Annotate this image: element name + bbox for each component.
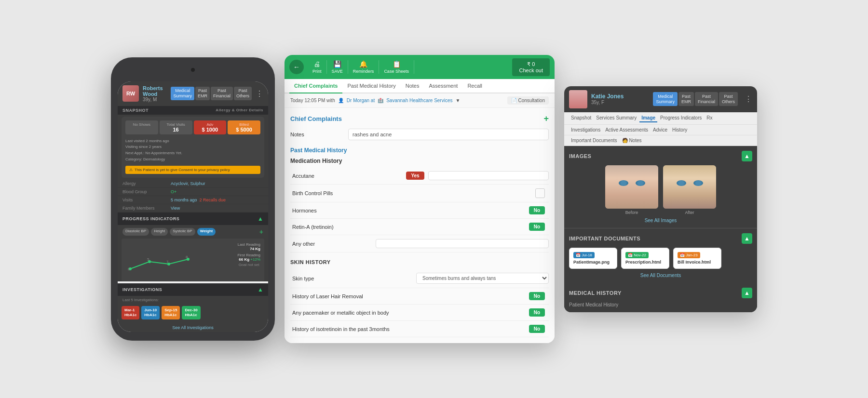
pacemaker-badge[interactable]: No: [529, 308, 545, 317]
family-value[interactable]: View: [171, 206, 180, 211]
nav1-rx[interactable]: Rx: [705, 114, 714, 122]
nav1-snapshot[interactable]: Snapshot: [569, 114, 593, 122]
inv-badge-dec[interactable]: Dec-30HbA1c: [182, 306, 200, 320]
med-input-other[interactable]: [376, 239, 549, 248]
isotretinoin-badge[interactable]: No: [529, 325, 545, 333]
med-badge-accutane[interactable]: Yes: [406, 172, 424, 180]
nav1-services[interactable]: Services Summary: [594, 114, 638, 122]
right-tab-others[interactable]: PastOthers: [719, 92, 738, 106]
stat-total-visits-label: Total Visits: [162, 122, 190, 127]
inv-badge-mar[interactable]: Mar-1HbA1c: [122, 306, 139, 320]
progress-card: PROGRESS INDICATORS ▲ Diastolic BP Heigh…: [118, 212, 268, 281]
doc-badge-1: 📅 Jul-18: [573, 252, 595, 258]
nav2-advice[interactable]: Advice: [651, 126, 669, 133]
inv-badge-jun[interactable]: Jun-10HbA1c: [141, 306, 160, 320]
nav3-important-docs[interactable]: Important Documents: [569, 137, 619, 144]
doc-item-2[interactable]: 📅 Nov-22 Prescription.html: [621, 248, 669, 269]
med-input-accutane[interactable]: [428, 171, 549, 180]
back-button[interactable]: ←: [289, 60, 304, 74]
med-label-other: Any other: [290, 241, 376, 247]
subnav-assessment[interactable]: Assessment: [424, 79, 462, 93]
phone-tab-emr[interactable]: PastEMR: [195, 87, 210, 100]
stat-adv-label: Adv: [196, 122, 225, 127]
see-all-images[interactable]: See All Images: [569, 218, 752, 223]
phone-dots-menu[interactable]: ⋮: [256, 89, 263, 98]
skin-type-select[interactable]: Sometimes burns and always tans: [416, 273, 549, 284]
progress-chevron[interactable]: ▲: [258, 215, 263, 222]
subnav-recall[interactable]: Recall: [462, 79, 487, 93]
doc-item-3[interactable]: 📅 Jan-23 Bill Invoice.html: [673, 248, 721, 269]
past-medical-title: Past Medical History: [290, 147, 549, 154]
skin-type-row: Skin type Sometimes burns and always tan…: [290, 269, 549, 288]
phone-tab-medical[interactable]: MedicalSummary: [171, 87, 194, 100]
phone-tab-financial[interactable]: PastFinancial: [211, 87, 233, 100]
first-reading-label: First Reading: [237, 253, 260, 257]
svg-text:7: 7: [166, 260, 169, 264]
visits-value: 5 months ago 2 Recalls due: [171, 198, 226, 202]
image-after[interactable]: After: [663, 165, 716, 215]
phone-notch-dot: [191, 68, 195, 72]
right-dots-menu[interactable]: ⋮: [745, 94, 752, 104]
doc-item-1[interactable]: 📅 Jul-18 PatientImage.png: [569, 248, 617, 269]
inv-badge-sep[interactable]: Sep-15HbA1c: [162, 306, 180, 320]
inv-chevron[interactable]: ▲: [258, 286, 263, 293]
subnav-past-medical[interactable]: Past Medical History: [342, 79, 400, 93]
med-label-hormones: Hormones: [290, 208, 529, 213]
bp-tag-systolic[interactable]: Systolic BP: [170, 228, 195, 236]
see-all-investigations[interactable]: See All Investigations: [118, 323, 268, 332]
save-label: SAVE: [332, 69, 343, 74]
doctor-link[interactable]: Dr Morgan at: [347, 98, 375, 103]
med-checkbox-bcp[interactable]: [535, 188, 545, 198]
phone-tab-others[interactable]: PastOthers: [234, 87, 252, 100]
family-row: Family Members View: [118, 204, 268, 212]
phone-tabs-row: MedicalSummary PastEMR PastFinancial Pas…: [171, 87, 252, 100]
family-label: Family Members: [122, 206, 171, 211]
svg-text:8: 8: [128, 267, 130, 271]
patient-avatar-face: [569, 90, 587, 108]
snapshot-card: No Shows Total Visits 16 Adv $ 1000: [122, 117, 264, 178]
subnav-chief-complaints[interactable]: Chief Complaints: [289, 79, 342, 93]
print-button[interactable]: 🖨 Print: [308, 60, 327, 74]
dropdown-icon[interactable]: ▼: [456, 98, 461, 103]
add-complaint-button[interactable]: +: [543, 114, 549, 124]
doc-name-1: PatientImage.png: [573, 260, 613, 265]
notes-input[interactable]: [348, 129, 549, 140]
bp-tag-diastolic[interactable]: Diastolic BP: [122, 228, 149, 236]
med-badge-hormones[interactable]: No: [529, 206, 545, 214]
nav2-active-assessments[interactable]: Active Assessments: [603, 126, 650, 133]
med-row-other: Any other: [290, 235, 549, 252]
clinic-link[interactable]: Savannah Healthcare Services: [386, 98, 452, 103]
image-before[interactable]: Before: [605, 165, 658, 215]
right-tab-financial[interactable]: PastFinancial: [695, 92, 718, 106]
bp-tag-weight[interactable]: Weight: [197, 228, 216, 236]
right-tabs: MedicalSummary PastEMR PastFinancial Pas…: [653, 92, 738, 106]
blood-group-label: Blood Group: [122, 189, 171, 194]
images-chevron[interactable]: ▲: [742, 151, 752, 161]
add-indicator-button[interactable]: +: [259, 228, 263, 236]
notes-row: Notes: [290, 129, 549, 140]
bp-tag-height[interactable]: Height: [151, 228, 168, 236]
reminders-button[interactable]: 🔔 Reminders: [348, 60, 380, 74]
documents-chevron[interactable]: ▲: [742, 233, 752, 244]
checkout-button[interactable]: ₹ 0 Check out: [512, 58, 550, 76]
med-label-retina: Retin-A (tretinoin): [290, 224, 529, 230]
medical-history-chevron[interactable]: ▲: [742, 288, 752, 298]
nav2-investigations[interactable]: Investigations: [569, 126, 602, 133]
nav1-progress[interactable]: Progress Indicators: [658, 114, 704, 122]
nav1-image[interactable]: Image: [639, 114, 657, 122]
case-sheets-label: Case Sheets: [384, 69, 409, 74]
med-badge-retina[interactable]: No: [529, 223, 545, 231]
right-tab-medical[interactable]: MedicalSummary: [653, 92, 678, 106]
med-row-retina: Retin-A (tretinoin) No: [290, 219, 549, 235]
nav2-history[interactable]: History: [670, 126, 689, 133]
save-button[interactable]: 💾 SAVE: [327, 60, 348, 74]
eye-right: [636, 180, 645, 186]
laser-badge[interactable]: No: [529, 292, 545, 300]
see-all-documents[interactable]: See All Documents: [569, 273, 752, 278]
medical-history-section: MEDICAL HISTORY ▲ Patient Medical Histor…: [564, 283, 757, 312]
consult-label: Consultation: [518, 98, 545, 103]
case-sheets-button[interactable]: 📋 Case Sheets: [379, 60, 414, 74]
right-tab-emr[interactable]: PastEMR: [678, 92, 694, 106]
nav3-notes[interactable]: 🧑 Notes: [620, 137, 644, 144]
subnav-notes[interactable]: Notes: [401, 79, 424, 93]
